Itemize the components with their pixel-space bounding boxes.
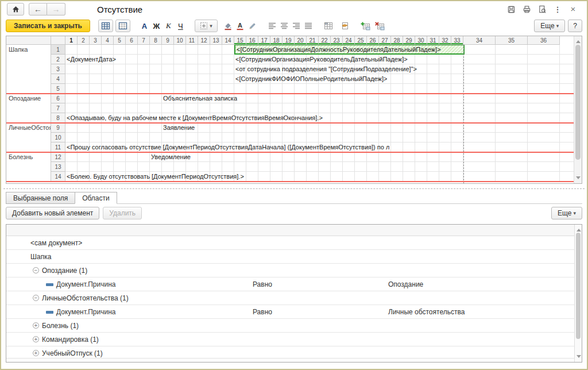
column-header-30[interactable]: 30 xyxy=(415,36,427,45)
print-icon[interactable] xyxy=(522,5,531,14)
column-header-3[interactable]: 3 xyxy=(90,36,102,45)
collapse-icon[interactable]: − xyxy=(33,267,39,273)
column-header-19[interactable]: 19 xyxy=(283,36,295,45)
close-icon[interactable]: × xyxy=(568,5,578,14)
sheet-row-13[interactable] xyxy=(65,162,574,172)
show-grid-button[interactable] xyxy=(115,20,130,32)
fill-color-button[interactable] xyxy=(222,20,234,32)
save-and-close-button[interactable]: Записать и закрыть xyxy=(6,20,90,32)
expand-icon[interactable]: + xyxy=(33,322,39,329)
tree-group[interactable]: +Болезнь (1) xyxy=(6,319,574,333)
table-borders-button[interactable] xyxy=(98,20,113,32)
align-right-button[interactable] xyxy=(291,20,303,32)
row-header-10[interactable]: 10 xyxy=(51,133,65,142)
scroll-thumb[interactable] xyxy=(575,45,581,160)
row-header-4[interactable]: 4 xyxy=(51,74,65,84)
delete-cells-button[interactable] xyxy=(374,20,386,32)
bold-button[interactable]: Ж xyxy=(150,20,163,32)
sheet-row-5[interactable] xyxy=(65,84,574,94)
section-label[interactable]: Опоздание xyxy=(6,94,51,123)
help-button[interactable]: ? xyxy=(568,20,582,32)
toolbar-more-button[interactable]: Еще ▾ xyxy=(534,20,565,32)
column-header-5[interactable]: 5 xyxy=(114,36,126,45)
column-header-16[interactable]: 16 xyxy=(246,36,258,45)
row-header-14[interactable]: 14 xyxy=(51,172,65,182)
column-header-1[interactable]: 1 xyxy=(65,36,78,45)
underline-button[interactable]: Ч xyxy=(175,20,187,32)
section-label[interactable]: Болезнь xyxy=(6,152,51,182)
column-header-14[interactable]: 14 xyxy=(222,36,234,45)
row-header-3[interactable]: 3 xyxy=(51,64,65,74)
column-header-29[interactable]: 29 xyxy=(403,36,415,45)
column-header-18[interactable]: 18 xyxy=(270,36,283,45)
selected-cell[interactable]: <[СотрудникОрганизацияДолжностьРуководит… xyxy=(234,45,465,55)
column-header-22[interactable]: 22 xyxy=(319,36,331,45)
tab-areas[interactable]: Области xyxy=(75,192,117,204)
save-icon[interactable] xyxy=(506,5,516,14)
scroll-up-arrow[interactable] xyxy=(577,227,581,232)
column-header-9[interactable]: 9 xyxy=(162,36,174,45)
more-vertical-icon[interactable]: ⋮ xyxy=(553,5,562,14)
align-left-button[interactable] xyxy=(266,20,278,32)
column-header-27[interactable]: 27 xyxy=(379,36,391,45)
column-header-23[interactable]: 23 xyxy=(331,36,343,45)
column-header-25[interactable]: 25 xyxy=(355,36,367,45)
column-header-26[interactable]: 26 xyxy=(367,36,379,45)
row-header-7[interactable]: 7 xyxy=(51,103,65,113)
font-button[interactable]: А xyxy=(138,20,150,32)
column-header-13[interactable]: 13 xyxy=(210,36,222,45)
sheet-row-7[interactable] xyxy=(65,103,574,113)
row-header-11[interactable]: 11 xyxy=(51,142,65,152)
row-header-2[interactable]: 2 xyxy=(51,55,65,64)
column-header-28[interactable]: 28 xyxy=(391,36,403,45)
expand-icon[interactable]: + xyxy=(33,336,39,342)
column-header-8[interactable]: 8 xyxy=(150,36,162,45)
tab-selected-fields[interactable]: Выбранные поля xyxy=(6,192,75,204)
row-header-6[interactable]: 6 xyxy=(51,94,65,103)
column-header-20[interactable]: 20 xyxy=(295,36,307,45)
column-header-12[interactable]: 12 xyxy=(198,36,210,45)
back-button[interactable]: ← xyxy=(29,3,47,16)
tree-condition[interactable]: Документ.ПричинаРавноЛичные обстоятельст… xyxy=(6,305,574,319)
panel-splitter[interactable] xyxy=(3,188,585,189)
column-header-17[interactable]: 17 xyxy=(258,36,270,45)
sheet-row-12[interactable] xyxy=(65,152,574,162)
home-button[interactable] xyxy=(7,3,24,16)
tree-condition[interactable]: Документ.ПричинаРавноОпоздание xyxy=(6,278,574,291)
column-header-31[interactable]: 31 xyxy=(427,36,439,45)
row-header-13[interactable]: 13 xyxy=(51,162,65,172)
scroll-down-arrow[interactable] xyxy=(577,355,581,360)
column-header-2[interactable]: 2 xyxy=(78,36,90,45)
sheet-row-6[interactable] xyxy=(65,94,574,103)
spreadsheet-template[interactable]: 1234567891011121314151617181920212223242… xyxy=(6,36,582,184)
column-header-11[interactable]: 11 xyxy=(186,36,198,45)
row-header-8[interactable]: 8 xyxy=(51,113,65,123)
tree-group[interactable]: +УчебныйОтпуск (1) xyxy=(6,346,574,358)
collapse-icon[interactable]: − xyxy=(33,295,39,301)
cell-grid[interactable]: <[СотрудникОрганизацияДолжностьРуководит… xyxy=(65,45,574,183)
tree-item[interactable]: Шапка xyxy=(6,250,574,264)
column-header-15[interactable]: 15 xyxy=(234,36,246,45)
row-header-9[interactable]: 9 xyxy=(51,123,65,133)
sheet-row-10[interactable] xyxy=(65,133,574,142)
column-header-33[interactable]: 33 xyxy=(451,36,463,45)
scroll-thumb[interactable] xyxy=(576,233,581,339)
sheet-vertical-scrollbar[interactable] xyxy=(574,36,582,183)
tree-group[interactable]: +Командировка (1) xyxy=(6,333,574,346)
section-label[interactable]: Шапка xyxy=(6,45,51,94)
cell-note-button[interactable] xyxy=(339,20,351,32)
tree-group[interactable]: −Опоздание (1) xyxy=(6,264,574,278)
list-vertical-scrollbar[interactable] xyxy=(574,225,582,362)
delete-button[interactable]: Удалить xyxy=(103,207,142,219)
expand-icon[interactable]: + xyxy=(33,350,39,356)
column-header-32[interactable]: 32 xyxy=(439,36,451,45)
column-header-4[interactable]: 4 xyxy=(102,36,114,45)
list-horizontal-scrollbar[interactable] xyxy=(6,358,574,362)
row-header-12[interactable]: 12 xyxy=(51,152,65,162)
number-format-button[interactable]: 123 xyxy=(323,20,335,32)
forward-button[interactable]: → xyxy=(47,3,65,16)
insert-cells-button[interactable] xyxy=(359,20,372,32)
sheet-row-9[interactable] xyxy=(65,123,574,133)
tree-item[interactable]: <сам документ> xyxy=(6,236,574,250)
column-header-6[interactable]: 6 xyxy=(126,36,138,45)
